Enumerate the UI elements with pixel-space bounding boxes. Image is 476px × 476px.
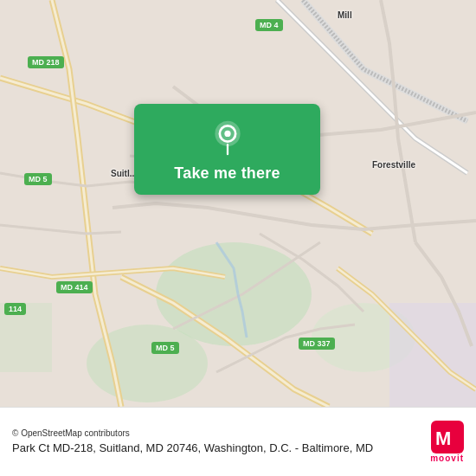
place-label-forestville: Forestville	[372, 160, 415, 170]
road-label-md5-mid: MD 5	[24, 173, 52, 185]
road-label-114: 114	[4, 303, 26, 315]
take-me-there-button[interactable]: Take me there	[174, 164, 280, 183]
road-label-md414: MD 414	[56, 281, 93, 293]
map-container: MD 4 MD 218 MD 5 MD 414 MD 5 MD 337 114 …	[0, 0, 476, 407]
info-bar: © OpenStreetMap contributors Park Ct MD-…	[0, 407, 476, 476]
moovit-icon: M	[431, 421, 464, 453]
address-text: Park Ct MD-218, Suitland, MD 20746, Wash…	[12, 441, 420, 456]
svg-point-8	[224, 131, 230, 137]
address-section: © OpenStreetMap contributors Park Ct MD-…	[12, 428, 420, 456]
place-label-suitland: Suitl...	[111, 169, 137, 178]
location-pin-icon	[209, 119, 246, 156]
road-label-md4: MD 4	[255, 19, 283, 31]
moovit-label: moovit	[430, 453, 464, 463]
road-label-md5-bot: MD 5	[151, 342, 179, 354]
moovit-logo: M moovit	[430, 421, 464, 463]
svg-text:M: M	[435, 428, 451, 449]
osm-credit: © OpenStreetMap contributors	[12, 428, 420, 438]
road-label-md337: MD 337	[299, 338, 335, 350]
road-label-md218: MD 218	[28, 56, 64, 68]
place-label-mill: Mill	[338, 10, 352, 20]
location-card: Take me there	[134, 104, 320, 195]
